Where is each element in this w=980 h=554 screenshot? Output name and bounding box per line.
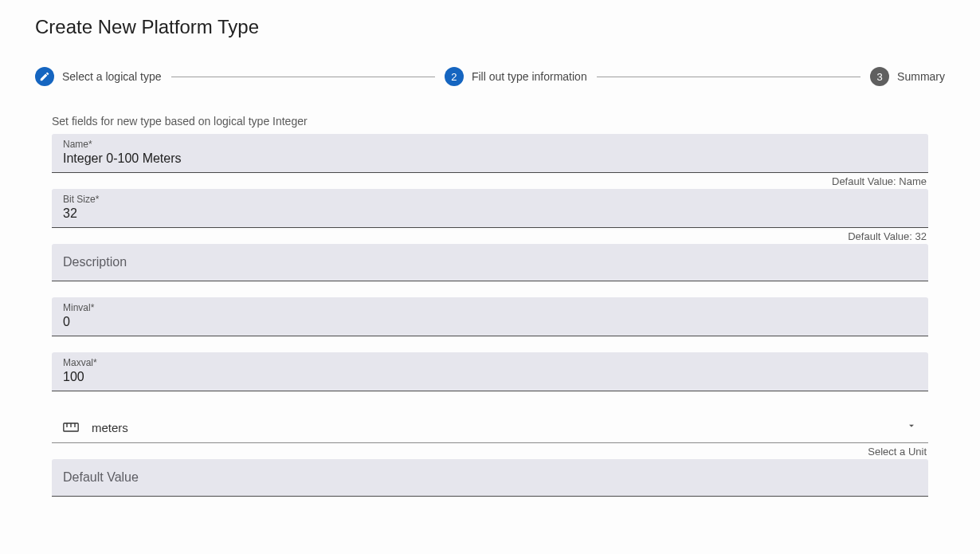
page-title: Create New Platform Type (35, 16, 945, 38)
bitsize-helper: Default Value: 32 (52, 228, 928, 244)
description-field[interactable]: Description (52, 244, 928, 281)
default-value-placeholder: Default Value (63, 470, 139, 484)
step-number-icon: 2 (445, 67, 464, 86)
bitsize-input[interactable] (63, 205, 917, 222)
step-connector (171, 77, 435, 77)
minval-input[interactable] (63, 313, 917, 331)
unit-select[interactable]: meters (52, 412, 928, 443)
pencil-icon (35, 67, 54, 86)
bitsize-label: Bit Size* (63, 194, 917, 205)
step-select-logical-type[interactable]: Select a logical type (35, 67, 162, 86)
instruction-text: Set fields for new type based on logical… (52, 115, 928, 128)
step-label: Fill out type information (472, 70, 587, 83)
unit-value: meters (92, 421, 893, 434)
name-label: Name* (63, 139, 917, 150)
name-input[interactable] (63, 150, 917, 167)
step-label: Select a logical type (62, 70, 162, 83)
minval-field[interactable]: Minval* (52, 297, 928, 336)
maxval-label: Maxval* (63, 357, 917, 368)
form-area: Set fields for new type based on logical… (35, 115, 945, 497)
step-label: Summary (897, 70, 945, 83)
chevron-down-icon (906, 420, 917, 434)
maxval-input[interactable] (63, 368, 917, 386)
name-field[interactable]: Name* (52, 134, 928, 173)
step-fill-info[interactable]: 2 Fill out type information (445, 67, 587, 86)
name-helper: Default Value: Name (52, 173, 928, 189)
step-number-icon: 3 (870, 67, 889, 86)
bitsize-field[interactable]: Bit Size* (52, 189, 928, 228)
unit-helper: Select a Unit (52, 443, 928, 459)
step-summary[interactable]: 3 Summary (870, 67, 945, 86)
minval-label: Minval* (63, 302, 917, 313)
wizard-stepper: Select a logical type 2 Fill out type in… (35, 67, 945, 86)
description-placeholder: Description (63, 255, 127, 269)
step-connector (597, 77, 860, 77)
ruler-icon (63, 422, 79, 433)
maxval-field[interactable]: Maxval* (52, 352, 928, 391)
default-value-field[interactable]: Default Value (52, 459, 928, 497)
